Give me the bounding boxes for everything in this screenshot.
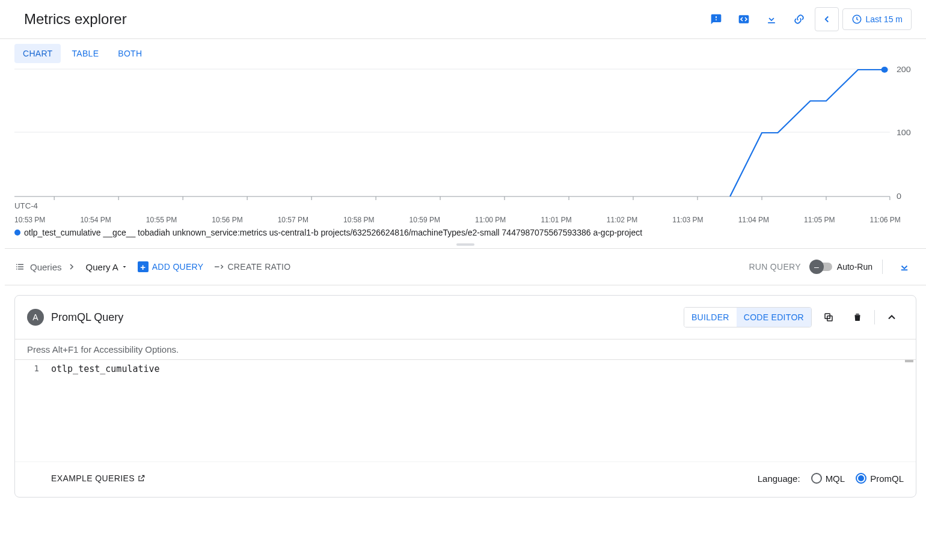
time-prev-button[interactable] [815,7,839,31]
language-selector: Language: MQL PromQL [758,473,904,484]
tab-table[interactable]: TABLE [63,44,107,63]
code-editor-button[interactable]: CODE EDITOR [737,308,811,327]
feedback-icon[interactable] [704,7,728,31]
chart-legend[interactable]: otlp_test_cumulative __gce__ tobadiah un… [5,224,926,241]
radio-mql[interactable]: MQL [811,473,845,484]
ratio-icon [213,261,224,272]
example-queries-link[interactable]: EXAMPLE QUERIES [51,473,146,483]
tz-label: UTC-4 [14,202,38,210]
time-range-label: Last 15 m [866,14,903,24]
top-actions: Last 15 m [704,7,912,31]
query-card-footer: EXAMPLE QUERIES Language: MQL PromQL [15,461,916,497]
line-number: 1 [15,360,45,461]
x-axis-ticks: 10:53 PM10:54 PM10:55 PM10:56 PM10:57 PM… [5,213,926,224]
run-query-button[interactable]: RUN QUERY [749,262,800,272]
radio-icon [811,473,822,484]
clock-icon [851,14,862,25]
time-range-button[interactable]: Last 15 m [842,8,912,30]
code-content[interactable]: otlp_test_cumulative [45,360,916,461]
query-selector[interactable]: Query A [86,262,128,272]
tab-chart[interactable]: CHART [14,44,61,63]
radio-checked-icon [856,473,866,484]
language-label: Language: [758,473,800,484]
collapse-panel-button[interactable] [892,255,916,279]
view-tabs: CHART TABLE BOTH [5,39,926,63]
collapse-card-button[interactable] [880,305,904,329]
top-bar: Metrics explorer Last 15 m [0,0,926,39]
list-icon [14,261,25,272]
auto-run-label: Auto-Run [837,262,872,272]
divider [874,310,875,324]
svg-point-19 [882,67,888,73]
pause-icon: – [809,260,824,274]
query-badge: A [27,309,44,326]
caret-down-icon [121,263,128,270]
add-query-button[interactable]: + ADD QUERY [138,261,204,272]
create-ratio-button[interactable]: CREATE RATIO [213,261,290,272]
query-card-header: A PromQL Query BUILDER CODE EDITOR [15,296,916,339]
copy-icon [823,312,834,323]
query-card-title: PromQL Query [51,311,123,324]
external-link-icon [137,474,146,482]
tab-both[interactable]: BOTH [109,44,150,63]
trash-icon [852,312,863,323]
legend-text: otlp_test_cumulative __gce__ tobadiah un… [24,228,642,237]
query-card: A PromQL Query BUILDER CODE EDITOR Press… [14,295,916,498]
query-toolbar: Queries Query A + ADD QUERY CREATE RATIO… [5,248,926,285]
plus-icon: + [138,261,149,272]
page-title: Metrics explorer [24,11,127,28]
chevron-up-icon [886,311,898,323]
auto-run-toggle[interactable]: – Auto-Run [811,262,872,272]
divider [882,260,883,274]
chevron-right-icon [67,262,76,272]
editor-mode-segment: BUILDER CODE EDITOR [684,307,812,327]
accessibility-note: Press Alt+F1 for Accessibility Options. [15,339,916,359]
copy-button[interactable] [817,305,841,329]
delete-button[interactable] [845,305,869,329]
code-icon[interactable] [732,7,756,31]
download-icon[interactable] [759,7,783,31]
svg-text:0: 0 [897,192,901,201]
queries-breadcrumb[interactable]: Queries [14,261,76,272]
svg-text:200: 200 [897,65,911,74]
chart-area[interactable]: 200 100 0 UTC-4 [14,63,916,213]
builder-button[interactable]: BUILDER [684,308,737,327]
link-icon[interactable] [787,7,811,31]
radio-promql[interactable]: PromQL [856,473,904,484]
scroll-marker [905,360,913,362]
code-editor-area[interactable]: 1 otlp_test_cumulative [15,359,916,461]
legend-dot-icon [14,230,20,236]
resize-handle[interactable] [5,241,926,248]
svg-text:100: 100 [897,129,911,137]
